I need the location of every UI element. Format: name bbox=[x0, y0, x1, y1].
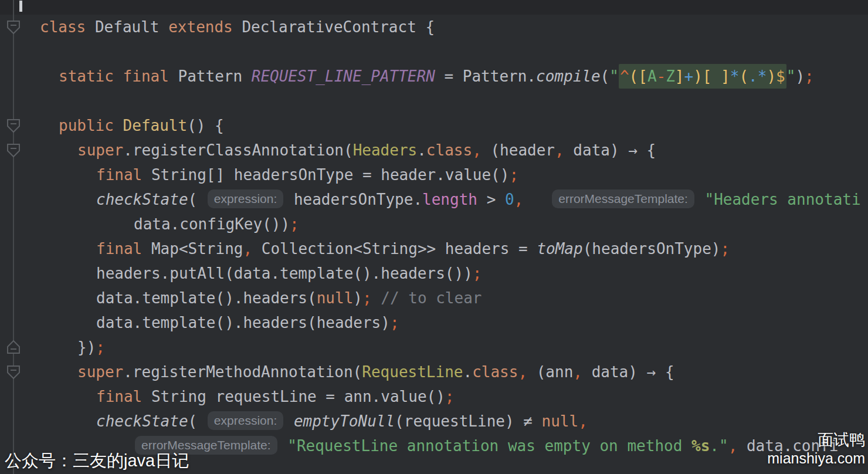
code-token: ; bbox=[509, 166, 518, 184]
code-token bbox=[279, 437, 288, 455]
code-token: - bbox=[657, 67, 666, 85]
code-token: , bbox=[472, 141, 482, 159]
code-token: public bbox=[59, 117, 114, 134]
code-token: ; bbox=[362, 289, 372, 307]
code-token: , bbox=[243, 240, 252, 258]
code-token: final bbox=[96, 166, 142, 184]
code-token: Pattern bbox=[169, 67, 252, 85]
code-token: . bbox=[463, 363, 472, 381]
code-token: Map<String bbox=[142, 240, 243, 258]
brand-watermark-name: 面试鸭 bbox=[767, 431, 865, 449]
code-token: Default bbox=[123, 117, 188, 134]
code-line[interactable]: }); bbox=[0, 335, 868, 360]
code-token: , bbox=[518, 363, 527, 381]
code-line[interactable]: public Default() { bbox=[0, 113, 868, 138]
inlay-hint-chip[interactable]: expression: bbox=[208, 189, 283, 208]
code-line[interactable]: data.template().headers(headers); bbox=[0, 310, 868, 335]
code-token: ) bbox=[353, 289, 362, 307]
code-token: Default bbox=[86, 18, 168, 36]
code-token: null bbox=[317, 289, 354, 307]
code-line[interactable]: final String[] headersOnType = header.va… bbox=[0, 162, 868, 187]
code-token: ) bbox=[795, 67, 805, 85]
code-token: ( bbox=[601, 67, 610, 85]
code-token: * bbox=[730, 67, 740, 85]
code-token bbox=[696, 191, 705, 208]
code-token: , bbox=[578, 412, 588, 430]
code-token: }) bbox=[77, 338, 96, 356]
code-token: $ bbox=[776, 67, 785, 85]
code-token: ( bbox=[188, 191, 206, 208]
code-token bbox=[284, 412, 294, 430]
code-token: headers.putAll(data.template().headers()… bbox=[96, 265, 473, 282]
code-token: RequestLine bbox=[362, 363, 463, 381]
code-token: ." bbox=[710, 437, 728, 455]
code-token: super bbox=[77, 363, 123, 381]
code-token: "RequestLine annotation was empty on met… bbox=[287, 437, 691, 455]
code-token: (header bbox=[482, 141, 555, 159]
text-caret bbox=[19, 1, 22, 12]
code-token: data.configKey()) bbox=[134, 215, 290, 233]
code-token: ] bbox=[675, 67, 684, 85]
code-token: DeclarativeContract { bbox=[233, 18, 435, 36]
code-token: final bbox=[123, 67, 169, 85]
code-token: ( bbox=[188, 412, 206, 430]
code-line[interactable]: data.configKey()); bbox=[0, 212, 868, 236]
code-token: String[] headersOnType = header.value() bbox=[142, 166, 509, 184]
code-token: .* bbox=[748, 67, 767, 85]
code-line[interactable]: class Default extends DeclarativeContrac… bbox=[0, 15, 868, 39]
code-token: // to clear bbox=[372, 289, 482, 307]
code-token: + bbox=[684, 67, 694, 85]
code-token: super bbox=[77, 141, 123, 159]
code-line[interactable]: headers.putAll(data.template().headers()… bbox=[0, 261, 868, 286]
code-editor[interactable]: class Default extends DeclarativeContrac… bbox=[0, 0, 868, 474]
code-token: "Headers annotati bbox=[704, 191, 860, 208]
code-token: ; bbox=[96, 338, 105, 356]
code-token: [ bbox=[638, 67, 647, 85]
code-line[interactable]: static final Pattern REQUEST_LINE_PATTER… bbox=[0, 64, 868, 89]
code-token: ; bbox=[720, 240, 730, 258]
code-token: ^ bbox=[620, 67, 629, 85]
code-token: ; bbox=[445, 388, 455, 405]
code-line[interactable]: final String requestLine = ann.value(); bbox=[0, 384, 868, 409]
code-token: checkState bbox=[96, 412, 188, 430]
code-token: class bbox=[40, 18, 86, 36]
code-line[interactable]: super.registerClassAnnotation(Headers.cl… bbox=[0, 138, 868, 162]
code-token: data.template().headers(headers) bbox=[96, 314, 390, 331]
code-token bbox=[114, 117, 123, 134]
code-token: null bbox=[542, 412, 579, 430]
code-token: ; bbox=[290, 215, 299, 233]
code-line[interactable]: final Map<String, Collection<String>> he… bbox=[0, 236, 868, 261]
regex-injection-highlight: ^([A-Z]+)[ ]*(.*)$ bbox=[619, 64, 786, 89]
code-line[interactable] bbox=[0, 89, 868, 113]
code-token: toMap bbox=[537, 240, 582, 258]
code-token: " bbox=[609, 67, 619, 85]
code-token: compile bbox=[536, 67, 601, 85]
inlay-hint-chip[interactable]: errorMessageTemplate: bbox=[552, 189, 694, 208]
code-token: class bbox=[426, 141, 472, 159]
code-token: ( bbox=[739, 67, 748, 85]
code-token: > bbox=[477, 191, 505, 208]
code-token: ) bbox=[767, 67, 776, 85]
code-token bbox=[114, 67, 123, 85]
code-line[interactable]: checkState( expression: emptyToNull(requ… bbox=[0, 409, 868, 434]
code-line[interactable]: data.template().headers(null); // to cle… bbox=[0, 286, 868, 310]
code-line[interactable]: checkState( expression: headersOnType.le… bbox=[0, 187, 868, 212]
code-token: ; bbox=[390, 314, 399, 331]
code-token: ; bbox=[805, 67, 814, 85]
inlay-hint-chip[interactable]: expression: bbox=[208, 411, 283, 430]
code-token: String requestLine = ann.value() bbox=[142, 388, 445, 405]
code-token: headersOnType. bbox=[284, 191, 422, 208]
code-token: REQUEST_LINE_PATTERN bbox=[252, 67, 435, 85]
code-token: , bbox=[573, 363, 582, 381]
code-line[interactable]: super.registerMethodAnnotation(RequestLi… bbox=[0, 360, 868, 384]
code-token: checkState bbox=[96, 191, 188, 208]
code-line[interactable] bbox=[0, 39, 868, 64]
code-token: . bbox=[417, 141, 426, 159]
code-token: Collection<String>> headers = bbox=[252, 240, 537, 258]
code-area[interactable]: class Default extends DeclarativeContrac… bbox=[0, 0, 868, 458]
code-line[interactable] bbox=[0, 0, 868, 15]
code-token: data.template().headers( bbox=[96, 289, 317, 307]
brand-watermark: 面试鸭 mianshiya.com bbox=[767, 431, 865, 467]
code-token: class bbox=[472, 363, 518, 381]
code-token: .registerClassAnnotation( bbox=[123, 141, 352, 159]
